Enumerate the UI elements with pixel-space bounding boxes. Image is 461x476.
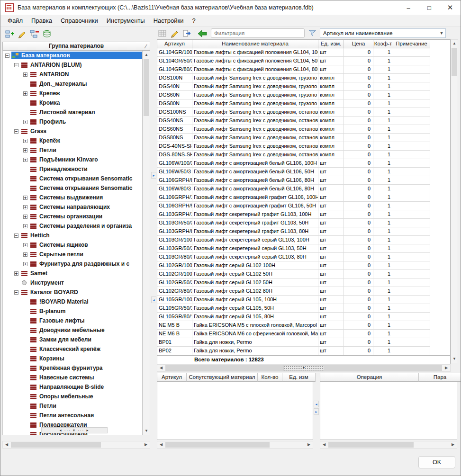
column-header[interactable]: Операция: [320, 373, 419, 382]
tree-item[interactable]: Опоры мебельные: [3, 392, 142, 401]
scroll-left-icon[interactable]: ◀: [320, 441, 328, 448]
table-row[interactable]: GL106W/50/3Газовый лифт с амортизацией б…: [157, 168, 450, 176]
table-row[interactable]: BP01Гайка для ножки, Permoшт01: [157, 338, 450, 347]
table-row[interactable]: GL103GR/50/3Газовый лифт секретерный сер…: [157, 244, 450, 253]
tree-item[interactable]: Система открывания Sensomatic: [3, 183, 142, 193]
operations-table-hscrollbar[interactable]: ◀ ▶: [320, 441, 457, 449]
table-row[interactable]: GL102GR/100/3Газовый лифт серый GL102 10…: [157, 261, 450, 270]
tree-item[interactable]: Листовой материал: [3, 108, 142, 117]
tree-hscrollbar[interactable]: ◀ ▶: [2, 441, 150, 449]
tree-item[interactable]: Система открывания Sensomatic: [3, 174, 142, 183]
tree-item[interactable]: +Профиль: [3, 117, 142, 126]
table-vscroll-thumb[interactable]: [452, 48, 457, 76]
tree-item[interactable]: +Samet: [3, 269, 142, 278]
tree-vscroll-thumb[interactable]: [144, 59, 149, 116]
tree-item[interactable]: +Петли: [3, 145, 142, 155]
collapse-icon[interactable]: −: [5, 54, 9, 58]
tree-header[interactable]: Группа материалов ∕: [2, 42, 150, 51]
scroll-left-icon[interactable]: ◀: [157, 441, 165, 448]
expand-icon[interactable]: +: [14, 271, 18, 276]
table-hscrollbar[interactable]: ◀ ▶ ▾: [157, 364, 451, 372]
table-row[interactable]: NE M6 BГайка ERICSONA M6 со сферической …: [157, 330, 450, 338]
expand-icon[interactable]: +: [23, 215, 27, 219]
column-header[interactable]: Пара: [419, 373, 461, 382]
tree-item[interactable]: +Крепёж: [3, 136, 142, 145]
tree-item[interactable]: −База материалов: [3, 51, 142, 60]
tree-item[interactable]: B-planum: [3, 306, 142, 316]
bottom-splitter-left-icon[interactable]: ◂: [314, 401, 319, 407]
column-header[interactable]: Ед. изм: [282, 373, 316, 382]
column-header[interactable]: Кол-во: [258, 373, 282, 382]
scroll-right-icon[interactable]: ▶: [443, 365, 450, 371]
column-header[interactable]: Артикул: [157, 373, 187, 382]
tree-item[interactable]: Направляющие B-slide: [3, 382, 142, 392]
table-row[interactable]: GL102GR/100/3Газовый лифт серый GL102 50…: [157, 270, 450, 278]
expand-icon[interactable]: +: [23, 148, 27, 153]
column-header[interactable]: Сопутствующий материал: [187, 373, 258, 382]
table-row[interactable]: GL102GR/50/3Газовый лифт серый GL102 50Н…: [157, 278, 450, 287]
tree-item[interactable]: −Hettich: [3, 231, 142, 240]
column-header[interactable]: Наименование материала: [192, 40, 318, 48]
tree-item[interactable]: Принадлежности: [3, 164, 142, 174]
tree-item[interactable]: +Подъёмники Kinvaro: [3, 155, 142, 164]
collapse-icon[interactable]: −: [14, 63, 18, 67]
scroll-down-icon[interactable]: ▼: [451, 355, 458, 363]
scroll-right-icon[interactable]: ▶: [449, 441, 457, 448]
close-icon[interactable]: ✕: [440, 0, 461, 15]
tree-item[interactable]: Петли: [3, 401, 142, 411]
tree-item[interactable]: +Крепеж: [3, 89, 142, 98]
table-row[interactable]: GL103GRPH/100/3Газовый лифт секретерный …: [157, 210, 450, 219]
expand-icon[interactable]: +: [23, 120, 27, 124]
table-row[interactable]: GL102GR/80/3Газовый лифт серый GL102 80Н…: [157, 287, 450, 296]
scroll-right-icon[interactable]: ▶: [142, 441, 150, 448]
tree-item[interactable]: Кромка: [3, 98, 142, 108]
tree-item[interactable]: +Фурнитура для раздвижных и с: [3, 259, 142, 269]
expand-icon[interactable]: +: [23, 262, 27, 266]
expand-icon[interactable]: +: [23, 205, 27, 209]
table-row[interactable]: GL105GR/100/1Газовый лифт серый GL105, 1…: [157, 296, 450, 304]
tree-item[interactable]: Газовые лифты: [3, 316, 142, 325]
tree-item[interactable]: +ANTARION: [3, 70, 142, 79]
collapse-icon[interactable]: −: [14, 234, 18, 238]
tree-mini-hscrollbar[interactable]: ◂ ··· ▾ ··· ▸: [41, 427, 108, 433]
tree-item[interactable]: +Системы ящиков: [3, 240, 142, 250]
table-row[interactable]: DGS40NГазовый лифт Samsung Irex с доводч…: [157, 82, 450, 91]
column-header[interactable]: Ед. изм.: [318, 40, 344, 48]
table-row[interactable]: GL106GRPH/50/3Газовый лифт с амортизацие…: [157, 202, 450, 210]
ok-button[interactable]: OK: [418, 456, 455, 468]
menu-item[interactable]: ?: [188, 15, 199, 27]
table-row[interactable]: DGS80NSГазовый лифт Samsung Irex с довод…: [157, 134, 450, 142]
refresh-database-icon[interactable]: [41, 28, 53, 40]
table-row[interactable]: GL103GR/50/3Газовый лифт секретерный гра…: [157, 219, 450, 227]
search-field-combobox[interactable]: Артикул или наименование ▼: [320, 28, 446, 38]
table-row[interactable]: DGS80NГазовый лифт Samsung Irex с доводч…: [157, 99, 450, 108]
table-row[interactable]: DGS100NГазовый лифт Samsung Irex с довод…: [157, 74, 450, 82]
menu-item[interactable]: Настройки: [149, 15, 188, 27]
scroll-right-icon[interactable]: ▶: [305, 441, 313, 448]
expand-icon[interactable]: +: [23, 224, 27, 228]
tree-item[interactable]: +Системы разделения и организа: [3, 221, 142, 231]
edit-material-icon[interactable]: [169, 28, 181, 39]
scroll-up-icon[interactable]: ▲: [451, 40, 458, 47]
operations-hscroll-thumb[interactable]: [328, 442, 414, 448]
tree-item[interactable]: !BOYARD Material: [3, 297, 142, 306]
splitter-expand-icon[interactable]: ◂: [151, 296, 156, 303]
table-row[interactable]: DGS-40NS-SHOГазовый лифт Samsung Irex с …: [157, 142, 450, 151]
table-row[interactable]: GL103GR/100/3Газовый лифт секретерный се…: [157, 236, 450, 244]
table-row[interactable]: GL106W/80/3Газовый лифт с амортизацией б…: [157, 185, 450, 193]
tree-item[interactable]: +Системы направляющих: [3, 202, 142, 212]
splitter-collapse-icon[interactable]: ▸: [151, 172, 156, 179]
add-group-icon[interactable]: [4, 28, 16, 40]
related-hscroll-thumb[interactable]: [165, 442, 270, 448]
bottom-panel-splitter-handle[interactable]: ▾: [283, 365, 324, 371]
tree-item[interactable]: +Скрытые петли: [3, 250, 142, 259]
table-row[interactable]: GL103GR/80/3Газовый лифт секретерный сер…: [157, 253, 450, 261]
expand-icon[interactable]: +: [23, 158, 27, 162]
table-row[interactable]: GL106GRPH/100/3Газовый лифт с амортизаци…: [157, 193, 450, 202]
menu-item[interactable]: Файл: [3, 15, 27, 27]
tree-item[interactable]: −ANTARION (BLUM): [3, 60, 142, 70]
tree-item[interactable]: −Grass: [3, 126, 142, 136]
tree-hscroll-thumb[interactable]: [11, 442, 101, 448]
groups-structure-icon[interactable]: [29, 28, 40, 40]
expand-icon[interactable]: +: [23, 252, 27, 257]
